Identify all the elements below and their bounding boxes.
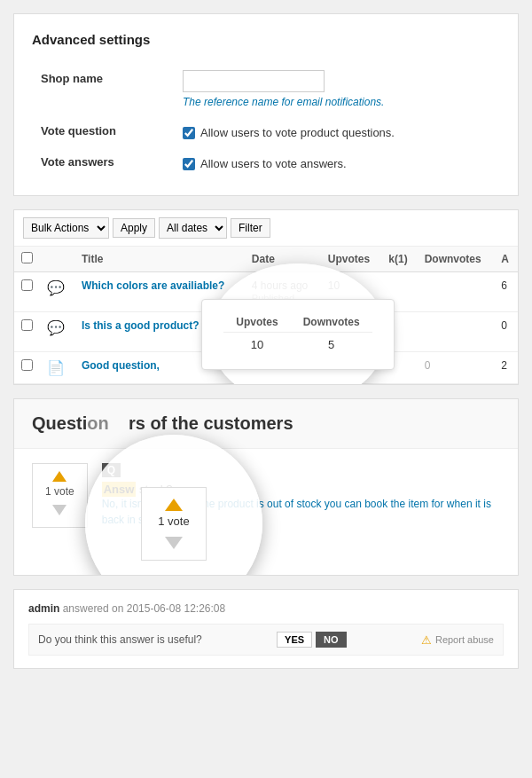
row2-icon: 💬 <box>40 312 74 352</box>
bulk-actions-select[interactable]: Bulk Actions <box>23 217 109 239</box>
answer-meta: admin answered on 2015-06-08 12:26:08 <box>28 602 504 615</box>
question-display-section: Question rs of the customers 1 vote Q An… <box>13 398 519 576</box>
row1-downvotes <box>418 272 495 312</box>
vote-question-value: Allow users to vote product questions. <box>174 115 500 146</box>
select-all-checkbox[interactable] <box>21 252 33 263</box>
bubble-icon: 💬 <box>47 280 65 295</box>
row1-a: 6 <box>494 272 518 312</box>
useful-question: Do you think this answer is useful? <box>38 633 202 646</box>
row1-icon: 💬 <box>40 272 74 312</box>
no-button[interactable]: NO <box>316 632 347 648</box>
row1-check <box>14 272 40 312</box>
header-checkbox-col <box>14 247 40 272</box>
report-label: Report abuse <box>435 634 494 645</box>
vote-answers-checkbox[interactable] <box>183 158 195 170</box>
tooltip-downvotes-header: Downvotes <box>291 312 372 333</box>
question-title-blur: on <box>87 413 108 433</box>
vote-question-checkbox-row: Allow users to vote product questions. <box>183 122 491 139</box>
bubble-icon: 💬 <box>47 320 65 335</box>
row1-title-link[interactable]: Which colors are availiable? <box>82 279 224 292</box>
answer-meta-text: answered on <box>63 602 127 615</box>
vote-answers-label: Vote answers <box>32 146 174 177</box>
vote-up-arrow[interactable] <box>52 471 66 482</box>
vote-answers-checkbox-row: Allow users to vote answers. <box>183 153 491 170</box>
tooltip-upvotes-header: Upvotes <box>223 312 290 333</box>
answer-meta-date: 2015-06-08 12:26:08 <box>127 602 225 615</box>
zoom-vote-up-icon[interactable] <box>165 499 183 511</box>
row1-checkbox[interactable] <box>21 279 33 291</box>
answer-section: admin answered on 2015-06-08 12:26:08 Do… <box>13 589 519 669</box>
report-abuse-button[interactable]: ⚠ Report abuse <box>421 633 494 647</box>
shop-name-row: Shop name The reference name for email n… <box>32 63 500 115</box>
settings-table: Shop name The reference name for email n… <box>32 63 500 177</box>
shop-name-input[interactable] <box>183 70 325 92</box>
row2-check <box>14 312 40 352</box>
header-a: A <box>494 247 518 272</box>
header-icon-col <box>40 247 74 272</box>
vote-question-label: Vote question <box>32 115 174 146</box>
row3-check <box>14 352 40 384</box>
question-header: Question rs of the customers <box>14 399 518 449</box>
zoom-vote-down-icon[interactable] <box>165 537 183 549</box>
row2-title-link[interactable]: Is this a good product? <box>82 319 200 332</box>
filter-button[interactable]: Filter <box>231 218 270 238</box>
zoom-content: 1 vote <box>141 487 206 561</box>
header-title[interactable]: Title <box>74 247 245 272</box>
advanced-settings-panel: Advanced settings Shop name The referenc… <box>13 13 519 196</box>
shop-name-label: Shop name <box>32 63 174 115</box>
shop-name-value: The reference name for email notificatio… <box>174 63 500 115</box>
tooltip-downvotes-value: 5 <box>291 333 372 358</box>
tooltip-table: Upvotes Downvotes 10 5 <box>223 312 372 357</box>
warning-icon: ⚠ <box>421 633 432 647</box>
vote-answers-value: Allow users to vote answers. <box>174 146 500 177</box>
question-section-title: Question rs of the customers <box>32 413 500 434</box>
vote-question-row: Vote question Allow users to vote produc… <box>32 115 500 146</box>
row3-title-link[interactable]: Good question, <box>82 359 160 372</box>
header-k1: k(1) <box>381 247 417 272</box>
row2-checkbox[interactable] <box>21 319 33 331</box>
answer-author: admin <box>28 602 59 615</box>
tooltip-upvotes-value: 10 <box>223 333 290 358</box>
row3-downvotes: 0 <box>418 352 495 384</box>
vote-question-checkbox-label: Allow users to vote product questions. <box>200 126 395 139</box>
upvotes-tooltip: Upvotes Downvotes 10 5 <box>201 299 394 370</box>
advanced-settings-title: Advanced settings <box>32 32 500 47</box>
yes-button[interactable]: YES <box>277 632 312 648</box>
questions-table-section: Bulk Actions Apply All dates Filter Titl… <box>13 209 519 385</box>
question-title-rest: rs of the customers <box>129 413 293 433</box>
row3-icon: 📄 <box>40 352 74 384</box>
row3-downvotes-count: 0 <box>425 359 431 372</box>
row3-checkbox[interactable] <box>21 359 33 371</box>
row2-downvotes <box>418 312 495 352</box>
apply-button[interactable]: Apply <box>113 218 155 238</box>
shop-name-hint: The reference name for email notificatio… <box>183 96 491 108</box>
useful-bar: Do you think this answer is useful? YES … <box>28 624 504 656</box>
zoom-vote-count: 1 vote <box>158 515 189 528</box>
vote-widget: 1 vote <box>32 463 88 528</box>
vote-answers-checkbox-label: Allow users to vote answers. <box>200 157 347 170</box>
vote-down-arrow[interactable] <box>52 505 66 515</box>
row2-a: 0 <box>494 312 518 352</box>
vote-buttons: YES NO <box>277 632 347 648</box>
row3-a: 2 <box>494 352 518 384</box>
page-icon: 📄 <box>47 360 65 375</box>
vote-count: 1 vote <box>45 485 74 498</box>
vote-question-checkbox[interactable] <box>183 127 195 139</box>
vote-answers-row: Vote answers Allow users to vote answers… <box>32 146 500 177</box>
all-dates-select[interactable]: All dates <box>159 217 227 239</box>
header-downvotes[interactable]: Downvotes <box>418 247 495 272</box>
question-title-partial: Questi <box>32 413 87 433</box>
table-toolbar: Bulk Actions Apply All dates Filter <box>14 210 518 247</box>
